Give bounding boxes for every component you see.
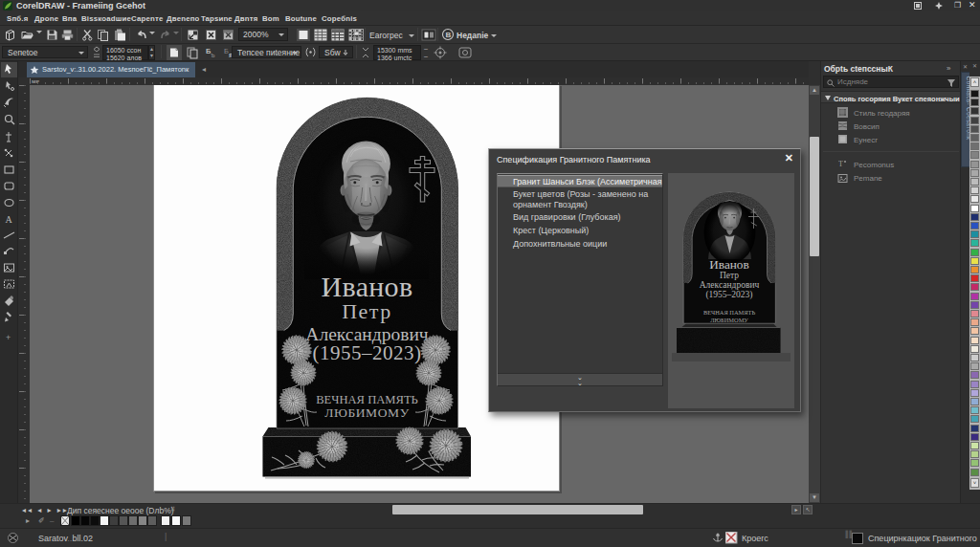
svg-text:(1955–2023): (1955–2023) bbox=[705, 290, 752, 300]
svg-text:ЛЮБИМОМУ: ЛЮБИМОМУ bbox=[324, 405, 410, 420]
svg-text:Петр: Петр bbox=[720, 271, 739, 280]
svg-text:B: B bbox=[446, 31, 452, 39]
svg-text:T: T bbox=[838, 160, 843, 168]
svg-text:A: A bbox=[6, 214, 13, 225]
svg-text:ъ: ъ bbox=[211, 51, 215, 59]
svg-text:Иванов: Иванов bbox=[322, 271, 413, 302]
svg-text:ВЕЧНАЯ ПАМЯТЬ: ВЕЧНАЯ ПАМЯТЬ bbox=[316, 393, 418, 406]
svg-text:ВЕЧНАЯ ПАМЯТЬ: ВЕЧНАЯ ПАМЯТЬ bbox=[703, 309, 755, 316]
svg-text:ЛЮБИМОМУ: ЛЮБИМОМУ bbox=[710, 317, 748, 323]
svg-text:Иванов: Иванов bbox=[709, 257, 748, 272]
svg-text:Петр: Петр bbox=[342, 299, 392, 323]
svg-text:Александрович: Александрович bbox=[700, 280, 760, 290]
svg-text:+: + bbox=[6, 333, 11, 342]
svg-text:(1955–2023): (1955–2023) bbox=[313, 341, 422, 364]
